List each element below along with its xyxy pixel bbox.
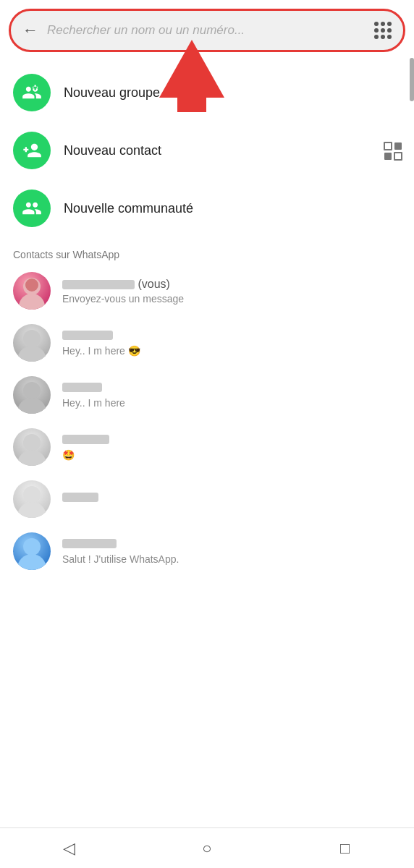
contact-item[interactable]: 🤩	[0, 421, 414, 473]
group-add-icon	[13, 74, 51, 111]
contact-status: Hey.. I m here 😎	[62, 345, 401, 357]
avatar	[13, 376, 51, 414]
avatar	[13, 480, 51, 518]
back-nav-button[interactable]: ◁	[51, 834, 87, 863]
avatar	[13, 532, 51, 570]
back-button[interactable]: ←	[22, 21, 38, 40]
svg-point-6	[17, 398, 46, 414]
svg-point-12	[17, 554, 46, 570]
contact-info: 🤩	[62, 434, 401, 461]
contacts-section-label: Contacts sur WhatsApp	[0, 237, 414, 265]
svg-point-11	[23, 538, 41, 556]
svg-point-5	[23, 382, 41, 399]
new-contact-label: Nouveau contact	[64, 143, 384, 158]
svg-point-2	[25, 278, 38, 292]
new-community-label: Nouvelle communauté	[64, 201, 401, 216]
contact-item[interactable]: Salut ! J'utilise WhatsApp.	[0, 525, 414, 577]
svg-point-9	[23, 486, 41, 503]
contact-info: Hey.. I m here	[62, 382, 401, 409]
avatar	[13, 428, 51, 466]
contact-info: Salut ! J'utilise WhatsApp.	[62, 538, 401, 565]
contact-name	[62, 330, 401, 343]
contact-status: Salut ! J'utilise WhatsApp.	[62, 553, 401, 565]
svg-point-4	[17, 346, 46, 362]
search-placeholder-text: Rechercher un nom ou un numéro...	[47, 23, 374, 38]
recent-nav-button[interactable]: □	[327, 834, 363, 863]
contact-item[interactable]: (vous) Envoyez-vous un message	[0, 265, 414, 317]
svg-point-8	[17, 450, 46, 466]
contact-name	[62, 492, 401, 505]
qr-code-icon[interactable]	[384, 142, 401, 159]
contact-status: Hey.. I m here	[62, 397, 401, 409]
home-nav-button[interactable]: ○	[189, 834, 225, 863]
contact-name: (vous)	[62, 278, 401, 291]
new-community-item[interactable]: Nouvelle communauté	[0, 179, 414, 237]
person-add-icon	[13, 132, 51, 169]
contact-status: 🤩	[62, 449, 401, 461]
vous-badge: (vous)	[138, 278, 169, 290]
contact-name	[62, 538, 401, 551]
avatar	[13, 324, 51, 362]
contact-name	[62, 382, 401, 395]
contact-info: Hey.. I m here 😎	[62, 330, 401, 357]
avatar	[13, 272, 51, 310]
new-contact-item[interactable]: Nouveau contact	[0, 122, 414, 179]
svg-point-7	[23, 434, 41, 451]
contact-name	[62, 434, 401, 447]
bottom-nav-bar: ◁ ○ □	[0, 827, 414, 868]
new-group-label: Nouveau groupe	[64, 85, 401, 101]
dots-grid-icon[interactable]	[374, 22, 392, 39]
contact-item[interactable]	[0, 473, 414, 525]
svg-point-1	[19, 294, 45, 310]
contact-info: (vous) Envoyez-vous un message	[62, 278, 401, 305]
contact-status: Envoyez-vous un message	[62, 293, 401, 305]
contact-item[interactable]: Hey.. I m here 😎	[0, 317, 414, 369]
svg-point-10	[17, 502, 46, 518]
contact-info	[62, 492, 401, 507]
svg-point-3	[23, 330, 41, 347]
contact-item[interactable]: Hey.. I m here	[0, 369, 414, 421]
community-icon	[13, 190, 51, 227]
contacts-list: (vous) Envoyez-vous un message Hey.. I m…	[0, 265, 414, 577]
